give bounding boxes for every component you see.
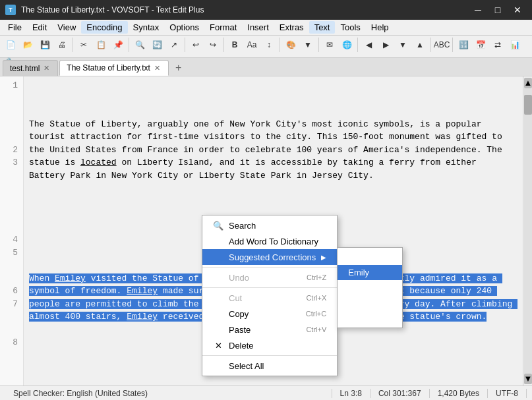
close-button[interactable]: ✕ <box>508 3 527 16</box>
goto-button[interactable]: ↗ <box>166 37 182 53</box>
suggested-icon <box>213 252 223 262</box>
menu-tools[interactable]: Tools <box>335 21 365 34</box>
paste-icon <box>213 324 223 335</box>
menu-syntax[interactable]: Syntax <box>128 21 165 34</box>
web-button[interactable]: 🌐 <box>339 37 355 53</box>
copy-toolbar-button[interactable]: 📋 <box>93 37 109 53</box>
new-button[interactable]: 📄 <box>3 37 18 53</box>
word-and: and <box>220 157 235 167</box>
paste-toolbar-button[interactable]: 📌 <box>110 37 126 53</box>
bytes-status: 1,420 Bytes <box>430 389 488 398</box>
ctx-undo: Undo Ctrl+Z <box>202 270 337 285</box>
menu-options[interactable]: Options <box>164 21 204 34</box>
email-button[interactable]: ✉ <box>322 37 338 53</box>
toolbar-sep-8 <box>430 38 431 52</box>
up-button[interactable]: ▲ <box>412 37 428 53</box>
ctx-suggested-label: Suggested Corrections <box>229 252 316 262</box>
editor-wrapper: 1 2 3 4 5 6 7 8 The Statue of Liberty, a… <box>0 76 532 386</box>
ctx-delete[interactable]: ✕ Delete <box>202 337 337 353</box>
menu-extras[interactable]: Extras <box>274 21 309 34</box>
delete-icon: ✕ <box>213 340 223 351</box>
select-all-icon <box>213 360 223 371</box>
menu-bar: File Edit View Encoding Syntax Options F… <box>0 20 532 36</box>
context-menu: 🔍 Search Add Word To Dictionary Suggeste… <box>202 215 338 376</box>
find-button[interactable]: 🔍 <box>132 37 148 53</box>
open-button[interactable]: 📂 <box>20 37 36 53</box>
toolbar-sep-6 <box>318 38 319 52</box>
color-button[interactable]: 🎨 <box>283 37 299 53</box>
menu-help[interactable]: Help <box>366 21 394 34</box>
menu-insert[interactable]: Insert <box>242 21 274 34</box>
ctx-add-word[interactable]: Add Word To Dictionary <box>202 233 337 249</box>
tab-liberty-close[interactable]: ✕ <box>153 64 162 72</box>
menu-edit[interactable]: Edit <box>27 21 52 34</box>
calendar-button[interactable]: 📅 <box>473 37 488 53</box>
tab-test-html-close[interactable]: ✕ <box>42 64 51 72</box>
toolbar-sep-2 <box>129 38 129 52</box>
menu-format[interactable]: Format <box>204 21 242 34</box>
submenu-emil[interactable]: Emil <box>338 310 402 326</box>
ctx-copy-shortcut: Ctrl+C <box>306 310 326 318</box>
next-button[interactable]: ▶ <box>378 37 394 53</box>
ctx-select-all[interactable]: Select All <box>202 358 337 374</box>
case-button[interactable]: Aa <box>244 37 260 53</box>
convert-button[interactable]: ⇄ <box>490 37 506 53</box>
ctx-cut-label: Cut <box>229 293 301 303</box>
cut-icon <box>213 293 223 303</box>
undo-toolbar-button[interactable]: ↩ <box>188 37 204 53</box>
ctx-suggested[interactable]: Suggested Corrections ▶ Emile Emily Smil… <box>202 249 337 265</box>
toolbar-sep-9 <box>452 38 453 52</box>
down-button[interactable]: ▼ <box>395 37 411 53</box>
ctx-paste[interactable]: Paste Ctrl+V <box>202 322 337 337</box>
maximize-button[interactable]: □ <box>488 3 507 16</box>
menu-text[interactable]: Text <box>309 21 336 34</box>
menu-file[interactable]: File <box>3 21 27 34</box>
cut-toolbar-button[interactable]: ✂ <box>76 37 92 53</box>
calc-button[interactable]: 🔢 <box>456 37 471 53</box>
window-title: The Statue of Liberty.txt - VOVSOFT - Te… <box>21 5 204 14</box>
ctx-add-word-label: Add Word To Dictionary <box>229 237 326 246</box>
word-located: located <box>80 157 117 167</box>
status-bar: Spell Checker: English (United States) L… <box>0 386 532 400</box>
submenu-emiley[interactable]: Emile y <box>338 295 402 310</box>
ctx-undo-label: Undo <box>229 273 301 283</box>
submenu-emile[interactable]: Emile <box>338 250 402 265</box>
ctx-search-label: Search <box>229 221 326 231</box>
ctx-sep-3 <box>202 355 337 356</box>
spell-status: Spell Checker: English (United States) <box>5 389 332 398</box>
sort-button[interactable]: ↕ <box>261 37 277 53</box>
replace-button[interactable]: 🔄 <box>149 37 165 53</box>
extra1-button[interactable]: 📊 <box>507 37 523 53</box>
tab-test-html[interactable]: test.html ✕ <box>3 60 58 76</box>
toolbar-sep-1 <box>73 38 73 52</box>
scroll-up-arrow[interactable]: ▲ <box>524 78 532 88</box>
menu-encoding[interactable]: Encoding <box>81 21 127 34</box>
tab-liberty[interactable]: The Statue of Liberty.txt ✕ <box>59 60 169 76</box>
scroll-thumb[interactable] <box>524 95 532 115</box>
scroll-track[interactable] <box>524 88 532 374</box>
minimize-button[interactable]: ─ <box>469 3 487 16</box>
add-word-icon <box>213 236 223 246</box>
submenu-smiley[interactable]: Smiley <box>338 280 402 295</box>
print-button[interactable]: 🖨 <box>54 37 70 53</box>
scroll-down-arrow[interactable]: ▼ <box>524 374 532 384</box>
ctx-cut: Cut Ctrl+X <box>202 290 337 306</box>
prev-button[interactable]: ◀ <box>361 37 376 53</box>
window-controls: ─ □ ✕ <box>469 3 527 16</box>
scrollbar[interactable]: ▲ ▼ <box>523 76 532 386</box>
toolbar: 📄 📂 💾 🖨 ✂ 📋 📌 🔍 🔄 ↗ ↩ ↪ B Aa ↕ 🎨 ▼ ✉ 🌐 ◀… <box>0 36 532 58</box>
submenu-arrow-icon: ▶ <box>321 254 326 261</box>
spell-button[interactable]: ABC <box>434 37 450 53</box>
save-button[interactable]: 💾 <box>37 37 53 53</box>
bold-button[interactable]: B <box>227 37 243 53</box>
ctx-delete-label: Delete <box>229 341 326 351</box>
redo-toolbar-button[interactable]: ↪ <box>205 37 221 53</box>
ctx-search[interactable]: 🔍 Search <box>202 217 337 233</box>
tab-add-button[interactable]: + <box>170 60 187 76</box>
menu-view[interactable]: View <box>52 21 81 34</box>
ctx-copy[interactable]: Copy Ctrl+C <box>202 306 337 322</box>
toolbar-sep-4 <box>223 38 224 52</box>
filter-button[interactable]: ▼ <box>300 37 316 53</box>
col-status: Col 301:367 <box>370 389 430 398</box>
submenu-emily[interactable]: Emily <box>338 265 402 280</box>
